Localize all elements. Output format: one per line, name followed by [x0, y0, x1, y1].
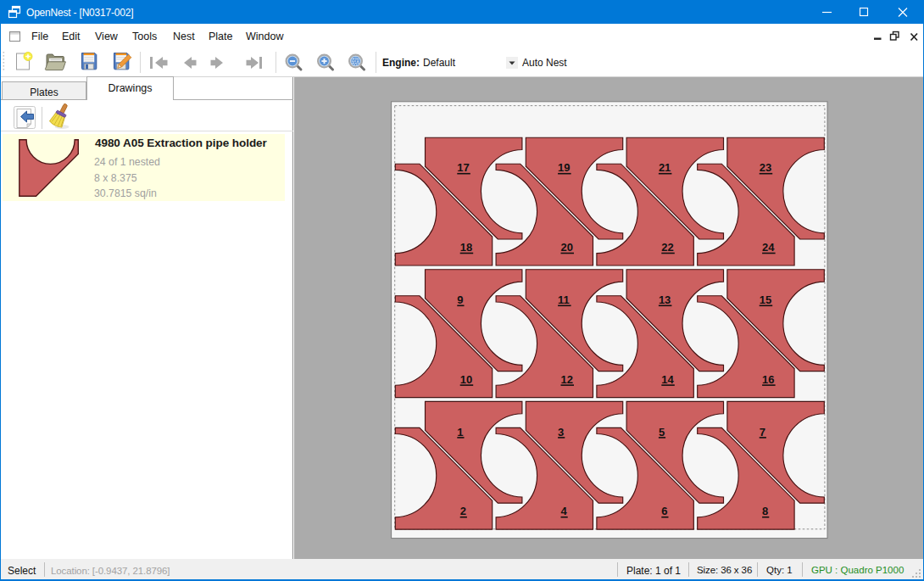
- svg-text:17: 17: [457, 161, 469, 174]
- svg-text:12: 12: [561, 373, 573, 386]
- svg-text:13: 13: [659, 293, 671, 306]
- svg-text:5: 5: [659, 426, 665, 439]
- svg-text:8: 8: [762, 505, 768, 517]
- svg-text:6: 6: [661, 505, 667, 517]
- svg-text:1: 1: [457, 426, 463, 439]
- svg-text:22: 22: [661, 241, 673, 254]
- svg-text:7: 7: [760, 426, 765, 439]
- svg-text:20: 20: [561, 241, 573, 254]
- svg-text:14: 14: [661, 373, 674, 386]
- svg-text:15: 15: [760, 293, 771, 306]
- svg-text:21: 21: [659, 161, 671, 174]
- svg-text:19: 19: [558, 161, 570, 174]
- svg-text:11: 11: [558, 293, 570, 306]
- svg-text:18: 18: [460, 241, 472, 254]
- svg-text:24: 24: [762, 241, 775, 254]
- svg-text:9: 9: [457, 293, 463, 306]
- svg-text:2: 2: [460, 505, 466, 517]
- svg-text:4: 4: [561, 505, 568, 517]
- svg-text:23: 23: [760, 161, 771, 174]
- svg-text:16: 16: [762, 373, 774, 386]
- svg-text:10: 10: [460, 373, 472, 386]
- svg-text:3: 3: [558, 426, 564, 439]
